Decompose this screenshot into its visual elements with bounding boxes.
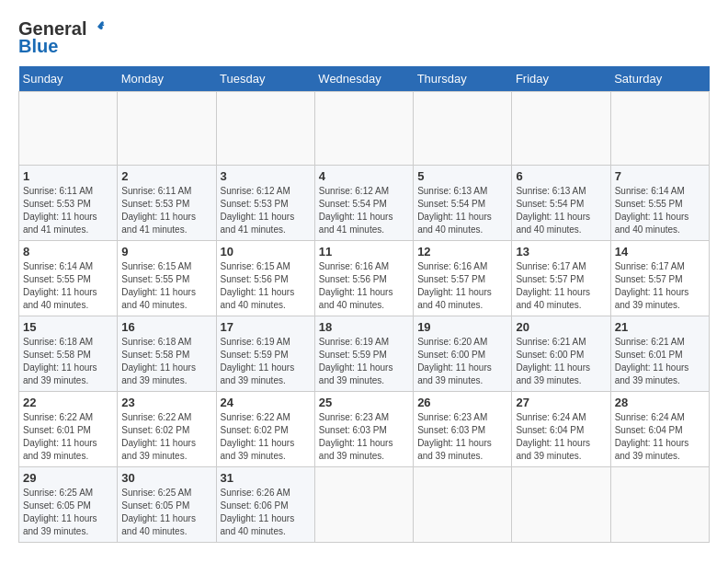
calendar-cell: 17Sunrise: 6:19 AM Sunset: 5:59 PM Dayli… (216, 316, 314, 392)
calendar-cell: 2Sunrise: 6:11 AM Sunset: 5:53 PM Daylig… (118, 166, 216, 241)
calendar-cell: 29Sunrise: 6:25 AM Sunset: 6:05 PM Dayli… (19, 467, 118, 543)
calendar-cell: 20Sunrise: 6:21 AM Sunset: 6:00 PM Dayli… (512, 316, 610, 392)
day-info: Sunrise: 6:23 AM Sunset: 6:03 PM Dayligh… (319, 411, 409, 463)
day-info: Sunrise: 6:22 AM Sunset: 6:02 PM Dayligh… (221, 411, 311, 463)
day-number: 30 (121, 471, 211, 485)
calendar-cell: 13Sunrise: 6:17 AM Sunset: 5:57 PM Dayli… (512, 241, 610, 316)
day-info: Sunrise: 6:11 AM Sunset: 5:53 PM Dayligh… (23, 185, 113, 236)
logo: General Blue (18, 18, 105, 57)
calendar-cell: 8Sunrise: 6:14 AM Sunset: 5:55 PM Daylig… (19, 241, 118, 316)
day-info: Sunrise: 6:26 AM Sunset: 6:06 PM Dayligh… (221, 487, 311, 538)
day-number: 17 (221, 320, 311, 334)
day-number: 9 (121, 245, 211, 259)
day-number: 15 (23, 320, 113, 334)
calendar-cell (216, 92, 314, 166)
calendar-cell: 9Sunrise: 6:15 AM Sunset: 5:55 PM Daylig… (118, 241, 216, 316)
day-info: Sunrise: 6:21 AM Sunset: 6:01 PM Dayligh… (615, 336, 705, 387)
logo-bird-icon (86, 20, 105, 39)
calendar-cell: 7Sunrise: 6:14 AM Sunset: 5:55 PM Daylig… (610, 166, 709, 241)
day-info: Sunrise: 6:16 AM Sunset: 5:57 PM Dayligh… (417, 260, 507, 312)
day-number: 10 (221, 245, 311, 259)
calendar-cell: 26Sunrise: 6:23 AM Sunset: 6:03 PM Dayli… (414, 392, 512, 467)
day-info: Sunrise: 6:12 AM Sunset: 5:53 PM Dayligh… (221, 185, 311, 236)
day-number: 6 (516, 169, 606, 183)
day-number: 13 (516, 245, 606, 259)
calendar-header-row: SundayMondayTuesdayWednesdayThursdayFrid… (19, 66, 710, 92)
day-info: Sunrise: 6:14 AM Sunset: 5:55 PM Dayligh… (23, 260, 113, 312)
calendar-cell: 14Sunrise: 6:17 AM Sunset: 5:57 PM Dayli… (610, 241, 709, 316)
day-number: 22 (23, 396, 113, 409)
day-number: 24 (221, 396, 311, 409)
calendar-cell: 21Sunrise: 6:21 AM Sunset: 6:01 PM Dayli… (610, 316, 709, 392)
day-info: Sunrise: 6:16 AM Sunset: 5:56 PM Dayligh… (319, 260, 409, 312)
calendar-header-monday: Monday (118, 66, 216, 92)
calendar-cell: 28Sunrise: 6:24 AM Sunset: 6:04 PM Dayli… (610, 392, 709, 467)
day-info: Sunrise: 6:23 AM Sunset: 6:03 PM Dayligh… (417, 411, 507, 463)
day-number: 12 (417, 245, 507, 259)
day-info: Sunrise: 6:11 AM Sunset: 5:53 PM Dayligh… (121, 185, 211, 236)
calendar-cell (118, 92, 216, 166)
day-number: 28 (615, 396, 705, 409)
day-number: 23 (121, 396, 211, 409)
logo-blue-text: Blue (18, 36, 58, 57)
day-info: Sunrise: 6:13 AM Sunset: 5:54 PM Dayligh… (516, 185, 606, 236)
calendar-cell: 23Sunrise: 6:22 AM Sunset: 6:02 PM Dayli… (118, 392, 216, 467)
calendar-cell: 16Sunrise: 6:18 AM Sunset: 5:58 PM Dayli… (118, 316, 216, 392)
day-info: Sunrise: 6:15 AM Sunset: 5:55 PM Dayligh… (121, 260, 211, 312)
day-number: 4 (319, 169, 409, 183)
calendar-cell: 24Sunrise: 6:22 AM Sunset: 6:02 PM Dayli… (216, 392, 314, 467)
day-info: Sunrise: 6:14 AM Sunset: 5:55 PM Dayligh… (615, 185, 705, 236)
calendar-header-thursday: Thursday (414, 66, 512, 92)
calendar-cell (414, 467, 512, 543)
calendar-header-friday: Friday (512, 66, 610, 92)
calendar-cell: 19Sunrise: 6:20 AM Sunset: 6:00 PM Dayli… (414, 316, 512, 392)
calendar-cell: 3Sunrise: 6:12 AM Sunset: 5:53 PM Daylig… (216, 166, 314, 241)
day-info: Sunrise: 6:19 AM Sunset: 5:59 PM Dayligh… (221, 336, 311, 387)
day-number: 18 (319, 320, 409, 334)
day-number: 11 (319, 245, 409, 259)
calendar-cell (314, 92, 413, 166)
day-number: 3 (221, 169, 311, 183)
calendar-table: SundayMondayTuesdayWednesdayThursdayFrid… (18, 66, 710, 543)
calendar-cell: 11Sunrise: 6:16 AM Sunset: 5:56 PM Dayli… (314, 241, 413, 316)
calendar-cell: 6Sunrise: 6:13 AM Sunset: 5:54 PM Daylig… (512, 166, 610, 241)
calendar-cell: 15Sunrise: 6:18 AM Sunset: 5:58 PM Dayli… (19, 316, 118, 392)
day-info: Sunrise: 6:15 AM Sunset: 5:56 PM Dayligh… (221, 260, 311, 312)
day-info: Sunrise: 6:24 AM Sunset: 6:04 PM Dayligh… (615, 411, 705, 463)
calendar-cell: 31Sunrise: 6:26 AM Sunset: 6:06 PM Dayli… (216, 467, 314, 543)
calendar-cell: 5Sunrise: 6:13 AM Sunset: 5:54 PM Daylig… (414, 166, 512, 241)
day-info: Sunrise: 6:19 AM Sunset: 5:59 PM Dayligh… (319, 336, 409, 387)
calendar-cell: 18Sunrise: 6:19 AM Sunset: 5:59 PM Dayli… (314, 316, 413, 392)
day-info: Sunrise: 6:22 AM Sunset: 6:01 PM Dayligh… (23, 411, 113, 463)
day-number: 7 (615, 169, 705, 183)
day-info: Sunrise: 6:17 AM Sunset: 5:57 PM Dayligh… (615, 260, 705, 312)
day-number: 5 (417, 169, 507, 183)
day-number: 25 (319, 396, 409, 409)
calendar-cell: 4Sunrise: 6:12 AM Sunset: 5:54 PM Daylig… (314, 166, 413, 241)
day-info: Sunrise: 6:12 AM Sunset: 5:54 PM Dayligh… (319, 185, 409, 236)
day-number: 31 (221, 471, 311, 485)
day-info: Sunrise: 6:25 AM Sunset: 6:05 PM Dayligh… (121, 487, 211, 538)
day-number: 21 (615, 320, 705, 334)
day-number: 8 (23, 245, 113, 259)
calendar-cell (414, 92, 512, 166)
day-info: Sunrise: 6:13 AM Sunset: 5:54 PM Dayligh… (417, 185, 507, 236)
calendar-cell (512, 92, 610, 166)
calendar-cell (610, 467, 709, 543)
day-number: 29 (23, 471, 113, 485)
calendar-cell: 22Sunrise: 6:22 AM Sunset: 6:01 PM Dayli… (19, 392, 118, 467)
day-info: Sunrise: 6:25 AM Sunset: 6:05 PM Dayligh… (23, 487, 113, 538)
day-info: Sunrise: 6:18 AM Sunset: 5:58 PM Dayligh… (23, 336, 113, 387)
calendar-cell: 25Sunrise: 6:23 AM Sunset: 6:03 PM Dayli… (314, 392, 413, 467)
day-number: 2 (121, 169, 211, 183)
calendar-header-wednesday: Wednesday (314, 66, 413, 92)
calendar-cell: 10Sunrise: 6:15 AM Sunset: 5:56 PM Dayli… (216, 241, 314, 316)
calendar-header-saturday: Saturday (610, 66, 709, 92)
day-number: 16 (121, 320, 211, 334)
calendar-cell (19, 92, 118, 166)
day-info: Sunrise: 6:17 AM Sunset: 5:57 PM Dayligh… (516, 260, 606, 312)
day-number: 14 (615, 245, 705, 259)
calendar-cell: 12Sunrise: 6:16 AM Sunset: 5:57 PM Dayli… (414, 241, 512, 316)
calendar-cell: 30Sunrise: 6:25 AM Sunset: 6:05 PM Dayli… (118, 467, 216, 543)
calendar-cell (512, 467, 610, 543)
